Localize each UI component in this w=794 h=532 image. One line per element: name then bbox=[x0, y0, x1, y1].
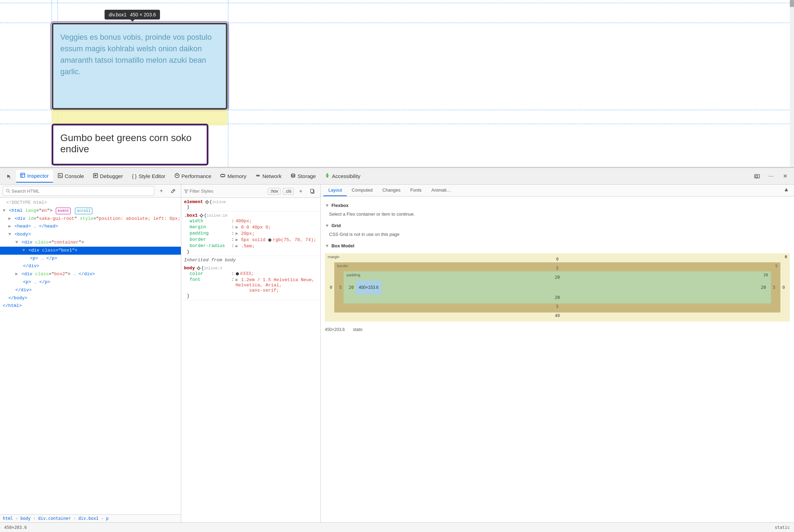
html-node-box2[interactable]: <div class="box2"> … </div> bbox=[0, 270, 181, 278]
svg-rect-20 bbox=[756, 176, 758, 177]
color-swatch-border[interactable] bbox=[268, 238, 272, 242]
box-model-section-header[interactable]: ▼ Box Model bbox=[325, 241, 790, 250]
html-node-head[interactable]: <head> … </head> bbox=[0, 223, 181, 231]
tab-accessibility[interactable]: Accessibility bbox=[321, 170, 365, 183]
html-node-doctype[interactable]: <!DOCTYPE html> bbox=[0, 199, 181, 207]
responsive-design-button[interactable] bbox=[751, 170, 763, 183]
bm-border-right: 5 bbox=[771, 285, 778, 290]
tab-performance[interactable]: Performance bbox=[170, 170, 216, 183]
flexbox-content: Select a Flex container or item to conti… bbox=[329, 211, 415, 217]
layout-tab-animations[interactable]: Animati… bbox=[427, 185, 456, 196]
tab-console[interactable]: Console bbox=[54, 170, 88, 183]
add-node-button[interactable]: + bbox=[156, 186, 166, 196]
color-swatch-body[interactable] bbox=[236, 272, 239, 276]
layout-tab-computed[interactable]: Computed bbox=[347, 185, 377, 196]
html-node-box1-close[interactable]: </div> bbox=[0, 262, 181, 270]
browser-viewport: div.box1 450 × 203.6 Veggies es bonus vo… bbox=[0, 0, 794, 167]
layout-panel-collapse[interactable]: ▲ bbox=[781, 185, 791, 194]
bm-content-size: 400×153.6 bbox=[359, 285, 379, 290]
css-body-settings-icon[interactable] bbox=[196, 266, 201, 271]
css-panel: :hov .cls + element bbox=[181, 185, 321, 522]
html-node-p2[interactable]: <p> … </p> bbox=[0, 278, 181, 286]
grid-section: ▼ Grid CSS Grid is not in use on this pa… bbox=[325, 221, 790, 241]
html-node-html-close[interactable]: </html> bbox=[0, 302, 181, 310]
viewport-scrollbar[interactable] bbox=[790, 0, 794, 167]
svg-rect-10 bbox=[221, 175, 225, 177]
devtools-status: 450×203.6 static bbox=[0, 522, 794, 532]
html-node-body[interactable]: <body> bbox=[0, 231, 181, 239]
bm-margin-right-val: 0 bbox=[780, 285, 787, 290]
html-node-html[interactable]: <html lang="en"> event scroll bbox=[0, 207, 181, 215]
tab-style-editor[interactable]: { } Style Editor bbox=[128, 170, 170, 183]
css-box1-settings-icon[interactable] bbox=[199, 213, 204, 218]
triangle-container[interactable] bbox=[15, 240, 18, 245]
tab-memory[interactable]: Memory bbox=[216, 170, 250, 183]
layout-tab-fonts[interactable]: Fonts bbox=[405, 185, 427, 196]
badge-scroll[interactable]: scroll bbox=[75, 208, 92, 215]
devtools-panel: Inspector Console Debugge bbox=[0, 167, 794, 532]
html-panel: + <!DOCTYPE html> <html la bbox=[0, 185, 181, 522]
css-cls-button[interactable]: .cls bbox=[283, 188, 294, 195]
breadcrumb-html[interactable]: html bbox=[3, 516, 13, 521]
html-node-div-close[interactable]: </div> bbox=[0, 286, 181, 294]
triangle-html[interactable] bbox=[3, 208, 6, 213]
html-node-box1[interactable]: <div class="box1"> bbox=[0, 247, 181, 255]
tab-network[interactable]: Network bbox=[251, 170, 286, 183]
layout-content: ▼ Flexbox Select a Flex container or ite… bbox=[321, 196, 794, 522]
html-node-p1[interactable]: <p> … </p> bbox=[0, 255, 181, 263]
pick-element-button[interactable] bbox=[3, 170, 15, 183]
tab-storage[interactable]: Storage bbox=[287, 170, 320, 183]
position-info: 450×203.6 static bbox=[325, 324, 790, 332]
triangle-box1[interactable] bbox=[22, 248, 25, 253]
box1-text: Veggies es bonus vobis, proinde vos post… bbox=[60, 31, 219, 77]
breadcrumb-body[interactable]: body bbox=[21, 516, 31, 521]
grid-section-header[interactable]: ▼ Grid bbox=[325, 221, 790, 230]
status-dimensions: 450×203.6 bbox=[4, 525, 27, 530]
css-settings-icon[interactable] bbox=[205, 200, 209, 205]
css-filter-input[interactable] bbox=[190, 188, 266, 194]
html-node-body-close[interactable]: </body> bbox=[0, 294, 181, 302]
triangle-saka[interactable] bbox=[8, 216, 11, 221]
close-devtools-button[interactable]: ✕ bbox=[779, 170, 791, 183]
breadcrumb-container[interactable]: div.container bbox=[38, 516, 71, 521]
css-prop-border: border : ▶ 5px solid rgb(75, 70, 74); bbox=[184, 237, 318, 243]
flexbox-section-header[interactable]: ▼ Flexbox bbox=[325, 201, 790, 210]
layout-tab-layout[interactable]: Layout bbox=[323, 185, 347, 196]
css-rule-body-header: body { inline:2 bbox=[184, 265, 318, 271]
status-position: static bbox=[775, 525, 790, 530]
html-node-saka[interactable]: <div id="saka-gui-root" style="position:… bbox=[0, 215, 181, 223]
css-hov-button[interactable]: :hov bbox=[268, 188, 281, 195]
pick-color-button[interactable] bbox=[168, 186, 178, 196]
triangle-body[interactable] bbox=[8, 232, 11, 237]
devtools-toolbar: Inspector Console Debugge bbox=[0, 168, 794, 185]
html-search-box[interactable] bbox=[3, 186, 154, 196]
css-content: element { inline } bbox=[181, 198, 320, 522]
bm-border-bottom: 5 bbox=[337, 303, 778, 310]
tab-debugger-label: Debugger bbox=[100, 173, 123, 179]
triangle-box2[interactable] bbox=[15, 271, 18, 277]
breadcrumb-box1[interactable]: div.box1 bbox=[78, 516, 99, 521]
badge-event[interactable]: event bbox=[56, 208, 71, 215]
html-search-input[interactable] bbox=[12, 188, 151, 194]
bm-margin: margin 0 0 0 border 5 5 5 bbox=[325, 253, 790, 322]
box1-element: Veggies es bonus vobis, proinde vos post… bbox=[52, 23, 228, 110]
css-add-rule-button[interactable]: + bbox=[296, 186, 306, 196]
bm-margin-top: 0 bbox=[328, 256, 787, 262]
breadcrumb-p[interactable]: p bbox=[106, 516, 108, 521]
tab-inspector[interactable]: Inspector bbox=[16, 170, 53, 183]
more-tools-button[interactable]: ⋯ bbox=[765, 170, 777, 183]
css-filter-icon bbox=[184, 189, 188, 193]
tab-style-editor-label: Style Editor bbox=[139, 173, 166, 179]
css-prop-font: font : ▶ 1.2em / 1.5 Helvetica Neue, Hel… bbox=[184, 277, 318, 293]
layout-tab-changes[interactable]: Changes bbox=[377, 185, 405, 196]
box-model-title: Box Model bbox=[331, 243, 354, 248]
grid-content: CSS Grid is not in use on this page bbox=[329, 232, 399, 237]
css-copy-styles-button[interactable] bbox=[308, 186, 318, 196]
bm-padding-left: 20 bbox=[346, 285, 356, 290]
flexbox-section: ▼ Flexbox Select a Flex container or ite… bbox=[325, 201, 790, 221]
tab-debugger[interactable]: Debugger bbox=[89, 170, 127, 183]
svg-point-17 bbox=[291, 174, 295, 175]
scrollbar-thumb[interactable] bbox=[790, 0, 794, 7]
triangle-head[interactable] bbox=[8, 224, 11, 229]
html-node-container[interactable]: <div class="container"> bbox=[0, 239, 181, 247]
